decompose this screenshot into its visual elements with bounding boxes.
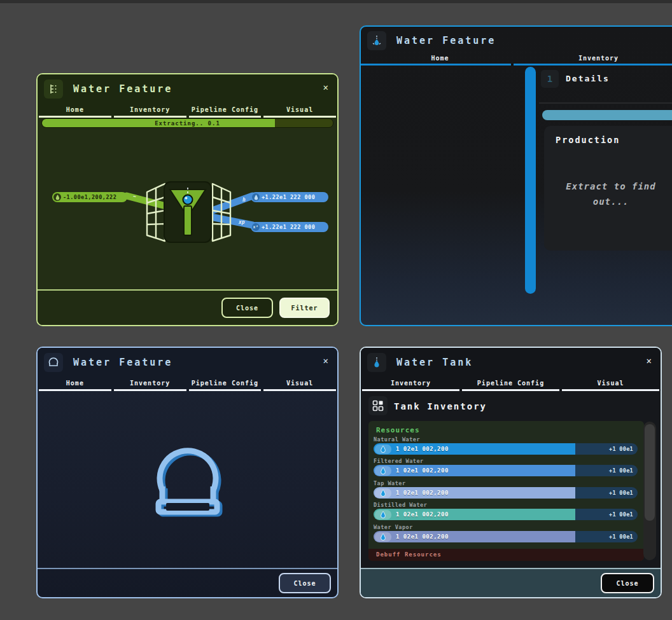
close-icon[interactable]: ✕ <box>323 82 328 92</box>
pipeline-diagram: ~ h xp <box>38 128 340 292</box>
production-panel: Production Extract to find out... <box>544 126 672 251</box>
section-divider <box>539 102 672 104</box>
close-icon[interactable]: ✕ <box>647 355 652 366</box>
extraction-progress-bar: Extracting.. 0.1 <box>41 118 333 128</box>
desktop-canvas: Water Feature ✕ Home Inventory Pipeline … <box>0 0 672 620</box>
input-resource-chip: -1.00e1,200,222 <box>52 192 127 202</box>
inventory-grid-icon <box>368 396 388 415</box>
filter-button[interactable]: Filter <box>279 298 330 318</box>
progress-label: Extracting.. 0.1 <box>42 119 333 128</box>
visual-footer: Close <box>38 568 337 597</box>
tab-home[interactable]: Home <box>39 377 111 391</box>
close-button[interactable]: Close <box>279 573 331 593</box>
flask-icon <box>375 532 391 542</box>
resource-row-water-vapor: Water Vapor 1 02e1 002,200 +1 00e1 000,2… <box>374 524 638 543</box>
section-number-badge: 1 <box>541 70 559 88</box>
resource-label: Distilled Water <box>374 502 638 509</box>
resource-rate: +1 00e1 000,220/T <box>575 531 638 542</box>
output-resource-chip-1: +1.22e1 222 000 <box>251 192 328 202</box>
visual-window: Water Feature ✕ Home Inventory Pipeline … <box>36 347 339 598</box>
input-chip-value: -1.00e1,200,222 <box>63 194 116 200</box>
resource-rate: +1 00e1 000,220/T <box>575 509 638 520</box>
resource-rate: +1 00e1 000,220/T <box>575 487 638 499</box>
top-strip <box>0 0 672 3</box>
close-icon[interactable]: ✕ <box>323 355 328 366</box>
details-window-header[interactable]: Water Feature <box>361 27 672 55</box>
resource-rate: +1 00e1 000,220/T <box>575 465 638 476</box>
xp-badge-icon: x² <box>252 223 260 231</box>
tank-window: Water Tank ✕ Inventory Pipeline Config V… <box>360 347 662 598</box>
tab-inventory[interactable]: Inventory <box>521 55 672 64</box>
capacity-bar <box>542 110 672 120</box>
tab-pipeline-config[interactable]: Pipeline Config <box>189 377 262 391</box>
dome-preview-icon <box>151 438 227 524</box>
resource-label: Natural Water <box>374 436 638 443</box>
droplet-badge-icon <box>252 193 260 201</box>
extractor-icon <box>44 79 63 99</box>
details-scrollbar[interactable] <box>525 67 536 294</box>
tab-underline <box>361 64 672 65</box>
tab-visual[interactable]: Visual <box>263 377 336 391</box>
resource-row-natural-water: Natural Water 1 02e1 002,200 +1 00e1 000… <box>374 436 638 455</box>
output-pipe-2-label: xp <box>238 219 245 225</box>
flask-icon <box>375 444 391 454</box>
tab-pipeline-config[interactable]: Pipeline Config <box>462 377 559 391</box>
window-title: Water Feature <box>73 83 172 95</box>
tab-home[interactable]: Home <box>362 55 518 64</box>
output-chip-2-value: +1.22e1 222 000 <box>262 224 315 230</box>
tab-home[interactable]: Home <box>39 104 111 118</box>
resource-row-distilled-water: Distilled Water 1 02e1 002,200 +1 00e1 0… <box>374 502 638 521</box>
close-button[interactable]: Close <box>601 573 654 593</box>
resource-label: Water Vapor <box>374 524 638 531</box>
resources-panel: Resources Natural Water 1 02e1 002,200 +… <box>368 421 644 561</box>
window-title: Water Feature <box>396 35 496 46</box>
tab-inventory[interactable]: Inventory <box>114 104 186 118</box>
tank-footer: Close <box>361 568 661 597</box>
resource-amount: 1 02e1 002,200 <box>396 467 449 474</box>
tab-pipeline-config[interactable]: Pipeline Config <box>189 104 262 118</box>
fountain-icon <box>367 31 386 50</box>
tab-visual[interactable]: Visual <box>562 377 659 391</box>
input-pipe-mark: ~ <box>133 194 136 200</box>
dome-icon <box>44 353 63 372</box>
visual-window-header[interactable]: Water Feature ✕ <box>38 348 337 377</box>
resource-row-filtered-water: Filtered Water 1 02e1 002,200 +1 00e1 00… <box>374 458 638 477</box>
production-title: Production <box>556 135 620 145</box>
output-pipe-1-label: h <box>242 197 246 203</box>
resource-label: Filtered Water <box>374 458 638 465</box>
extractor-window: Water Feature ✕ Home Inventory Pipeline … <box>36 73 339 326</box>
details-tabbar: Home Inventory <box>361 55 672 64</box>
tab-visual[interactable]: Visual <box>263 104 336 118</box>
resource-bar: 1 02e1 002,200 +1 00e1 000,220/T <box>374 443 638 455</box>
production-placeholder-text: Extract to find out... <box>544 179 672 210</box>
droplet-badge-icon <box>53 193 61 201</box>
debuff-resources-heading[interactable]: Debuff Resources <box>368 549 644 561</box>
resource-bar: 1 02e1 002,200 +1 00e1 000,220/T <box>374 465 638 476</box>
output-resource-chip-2: x² +1.22e1 222 000 <box>251 222 328 232</box>
tank-scrollbar[interactable] <box>643 422 656 560</box>
tank-inventory-title: Tank Inventory <box>394 401 487 411</box>
window-title: Water Tank <box>396 357 473 368</box>
flask-icon <box>375 488 391 498</box>
tank-window-header[interactable]: Water Tank ✕ <box>361 348 661 377</box>
output-chip-1-value: +1.22e1 222 000 <box>262 194 315 200</box>
extractor-window-header[interactable]: Water Feature ✕ <box>38 74 337 104</box>
flask-icon <box>375 466 391 476</box>
visual-tabbar: Home Inventory Pipeline Config Visual <box>38 377 337 391</box>
resource-bar: 1 02e1 002,200 +1 00e1 000,220/T <box>374 509 638 520</box>
close-button[interactable]: Close <box>221 298 273 318</box>
left-lattice <box>147 184 165 241</box>
resource-bar: 1 02e1 002,200 +1 00e1 000,220/T <box>374 531 638 542</box>
flask-icon <box>375 510 391 520</box>
details-window: Water Feature Home Inventory 1 Details P… <box>360 25 672 326</box>
resource-rate: +1 00e1 000,220/T <box>575 443 638 455</box>
tab-divider-notch <box>511 64 514 65</box>
tab-inventory[interactable]: Inventory <box>114 377 186 391</box>
extractor-tabbar: Home Inventory Pipeline Config Visual <box>38 104 337 118</box>
resource-amount: 1 02e1 002,200 <box>396 534 449 540</box>
tab-inventory[interactable]: Inventory <box>362 377 459 391</box>
resource-amount: 1 02e1 002,200 <box>396 446 449 452</box>
section-title: Details <box>566 74 610 83</box>
tank-scrollbar-thumb[interactable] <box>645 424 655 521</box>
resource-amount: 1 02e1 002,200 <box>396 490 449 496</box>
